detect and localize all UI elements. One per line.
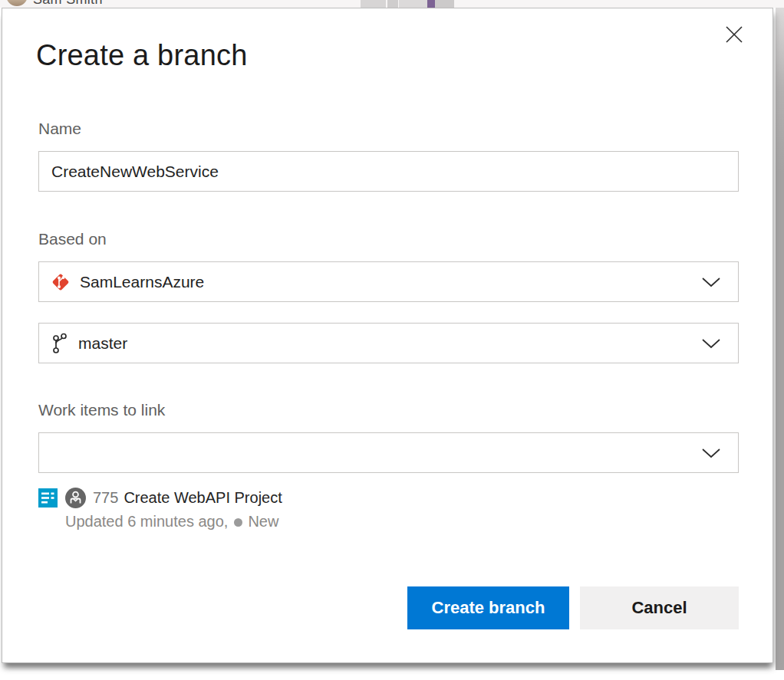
- background-toolbar-fragment: [361, 0, 386, 8]
- chevron-down-icon: [701, 277, 721, 287]
- page: Sam Smith Create a branch Name Based on: [0, 0, 784, 680]
- background-toolbar-fragment: [387, 0, 398, 8]
- repository-dropdown-value: SamLearnsAzure: [80, 273, 204, 291]
- git-repo-icon: [51, 272, 71, 292]
- background-toolbar-fragment: [399, 0, 427, 8]
- close-button[interactable]: [720, 21, 748, 48]
- work-items-label: Work items to link: [38, 401, 165, 419]
- background-purple-fragment: [427, 0, 435, 8]
- branch-dropdown[interactable]: master: [38, 323, 739, 363]
- background-user-name: Sam Smith: [33, 0, 103, 8]
- assigned-avatar-icon: [65, 488, 86, 508]
- work-item-meta: Updated 6 minutes ago, New: [65, 513, 278, 531]
- work-item-title: Create WebAPI Project: [124, 489, 282, 507]
- status-dot-icon: [234, 518, 242, 527]
- branch-dropdown-value: master: [78, 334, 127, 353]
- based-on-label: Based on: [38, 230, 107, 248]
- branch-name-input[interactable]: [38, 151, 739, 192]
- create-branch-button[interactable]: Create branch: [407, 586, 569, 629]
- create-branch-dialog: Create a branch Name Based on SamLearnsA…: [2, 8, 773, 663]
- page-scrollbar[interactable]: [776, 8, 784, 670]
- chevron-down-icon: [701, 338, 721, 349]
- chevron-down-icon: [701, 448, 721, 458]
- background-user-avatar: [6, 0, 28, 6]
- work-item-status: New: [248, 513, 278, 531]
- background-page-strip: Sam Smith: [0, 0, 784, 8]
- git-branch-icon: [51, 333, 69, 354]
- close-icon: [724, 25, 744, 44]
- work-items-dropdown[interactable]: [38, 432, 739, 473]
- work-item-updated: Updated 6 minutes ago,: [65, 513, 228, 531]
- name-label: Name: [38, 120, 81, 138]
- repository-dropdown[interactable]: SamLearnsAzure: [38, 261, 739, 302]
- background-toolbar-fragment: [435, 0, 454, 8]
- work-item-type-icon: [38, 488, 58, 508]
- dialog-title: Create a branch: [36, 39, 248, 72]
- work-item-suggestion[interactable]: 775 Create WebAPI Project: [38, 488, 282, 508]
- work-item-id: 775: [93, 489, 118, 507]
- cancel-button[interactable]: Cancel: [580, 586, 739, 629]
